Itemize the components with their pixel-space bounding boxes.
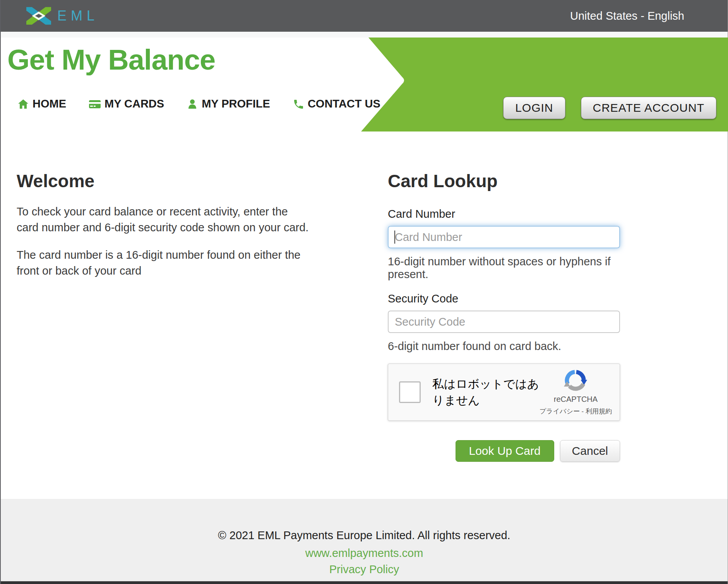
person-icon [187,98,198,110]
card-number-wrap [388,226,620,248]
nav-label: MY PROFILE [202,97,270,110]
create-account-button[interactable]: CREATE ACCOUNT [581,97,716,119]
welcome-paragraph-1: To check your card balance or recent act… [17,204,309,236]
privacy-policy-link[interactable]: Privacy Policy [1,563,728,576]
page-title: Get My Balance [7,43,215,76]
recaptcha-widget: 私はロボットではありません reCAPTCHA プライバシー - 利用規約 [388,364,620,421]
card-number-input[interactable] [388,226,620,248]
header: Get My Balance HOME MY CARDS [1,32,728,133]
recaptcha-logo-icon [563,369,588,393]
card-lookup-section: Card Lookup Card Number 16-digit number … [388,171,620,462]
security-code-input[interactable] [388,311,620,333]
eml-logo[interactable]: EML [26,6,99,26]
recaptcha-branding: reCAPTCHA プライバシー - 利用規約 [540,369,612,416]
text-caret [394,231,395,244]
eml-logo-icon [26,6,51,26]
nav-item-my-cards[interactable]: MY CARDS [89,97,164,110]
footer: © 2021 EML Payments Europe Limited. All … [1,499,728,581]
welcome-paragraph-2: The card number is a 16-digit number fou… [17,247,309,279]
nav-label: MY CARDS [104,97,164,110]
nav-item-home[interactable]: HOME [17,97,66,110]
cancel-button[interactable]: Cancel [560,440,620,462]
form-buttons: Look Up Card Cancel [388,440,620,462]
website-link[interactable]: www.emlpayments.com [1,547,728,560]
top-bar: EML United States - English [1,0,728,32]
recaptcha-terms-links[interactable]: プライバシー - 利用規約 [540,407,612,416]
main-nav: HOME MY CARDS MY PROFILE [17,97,380,110]
card-number-label: Card Number [388,208,620,220]
nav-label: HOME [33,97,66,110]
nav-item-contact-us[interactable]: CONTACT US [293,97,380,110]
page: EML United States - English Get My Balan… [0,0,728,584]
credit-card-icon [89,98,101,110]
bottom-bar [1,581,728,584]
recaptcha-brand-text: reCAPTCHA [540,395,612,404]
welcome-section: Welcome To check your card balance or re… [17,171,315,290]
copyright-text: © 2021 EML Payments Europe Limited. All … [1,529,728,542]
card-number-help: 16-digit number without spaces or hyphen… [388,255,620,281]
security-code-label: Security Code [388,292,620,305]
recaptcha-checkbox-label: 私はロボットではありません [432,376,540,408]
home-icon [17,98,29,110]
welcome-title: Welcome [17,171,315,191]
look-up-card-button[interactable]: Look Up Card [456,440,554,462]
header-top-strip [1,32,728,38]
login-button[interactable]: LOGIN [503,97,565,119]
nav-label: CONTACT US [308,97,380,110]
brand-text: EML [57,8,99,24]
card-lookup-title: Card Lookup [388,171,620,191]
recaptcha-checkbox[interactable] [399,381,421,403]
nav-item-my-profile[interactable]: MY PROFILE [187,97,270,110]
security-code-help: 6-digit number found on card back. [388,340,620,353]
main-content: Welcome To check your card balance or re… [1,133,728,499]
phone-icon [293,98,304,110]
auth-buttons: LOGIN CREATE ACCOUNT [503,97,716,119]
locale-selector[interactable]: United States - English [570,10,684,22]
